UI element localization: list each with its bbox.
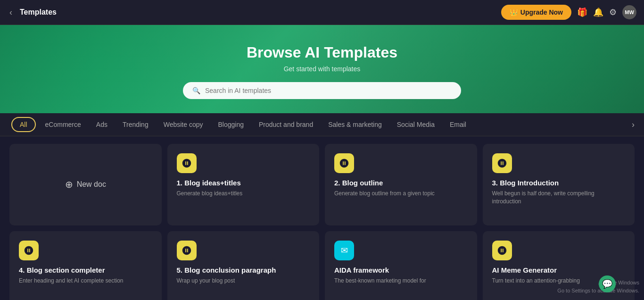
- card-desc-blog-conclusion: Wrap up your blog post: [177, 277, 310, 285]
- tab-blogging[interactable]: Blogging: [210, 113, 251, 136]
- card-blog-section[interactable]: 4. Blog section completer Enter heading …: [9, 231, 162, 300]
- search-icon: 🔍: [192, 87, 200, 94]
- chat-icon: 💬: [602, 279, 612, 289]
- header-right: 👑 Upgrade Now 🎁 🔔 ⚙ MW: [501, 5, 636, 20]
- card-title-ai-meme: AI Meme Generator: [492, 266, 626, 274]
- card-icon-blog-intro: [492, 153, 512, 173]
- new-doc-label: New doc: [77, 180, 106, 189]
- card-desc-blog-ideas: Generate blog ideas+titles: [177, 190, 310, 198]
- tab-website-copy[interactable]: Website copy: [156, 113, 211, 136]
- card-icon-blog-section: [19, 241, 39, 260]
- settings-icon[interactable]: ⚙: [609, 7, 617, 17]
- avatar[interactable]: MW: [622, 5, 636, 19]
- bell-icon[interactable]: 🔔: [593, 7, 603, 17]
- gift-icon[interactable]: 🎁: [577, 7, 587, 17]
- tab-sales-marketing[interactable]: Sales & marketing: [321, 113, 389, 136]
- card-icon-blog-conclusion: [177, 241, 197, 260]
- card-icon-blog-outline: [334, 153, 354, 173]
- new-doc-plus-icon: ⊕: [65, 179, 73, 190]
- hero-subtitle: Get started with templates: [9, 65, 635, 73]
- search-bar: 🔍: [183, 82, 461, 99]
- card-desc-blog-section: Enter heading and let AI complete sectio…: [19, 277, 152, 285]
- new-doc-card[interactable]: ⊕ New doc: [9, 144, 162, 225]
- back-button[interactable]: ‹: [8, 6, 14, 19]
- hero-title: Browse AI Templates: [9, 44, 635, 61]
- card-title-aida: AIDA framework: [334, 266, 468, 274]
- tab-social-media[interactable]: Social Media: [389, 113, 442, 136]
- card-blog-conclusion[interactable]: 5. Blog conclusion paragraph Wrap up you…: [167, 231, 320, 300]
- app-header: ‹ Templates 👑 Upgrade Now 🎁 🔔 ⚙ MW: [0, 0, 644, 25]
- tab-all[interactable]: All: [11, 117, 36, 132]
- tab-trending[interactable]: Trending: [115, 113, 156, 136]
- card-aida-framework[interactable]: ✉ AIDA framework The best-known marketin…: [325, 231, 477, 300]
- tab-ads[interactable]: Ads: [89, 113, 115, 136]
- header-left: ‹ Templates: [8, 6, 57, 19]
- tab-ecommerce[interactable]: eCommerce: [38, 113, 89, 136]
- card-desc-aida: The best-known marketing model for: [334, 277, 468, 285]
- tab-product-brand[interactable]: Product and brand: [251, 113, 321, 136]
- card-title-blog-section: 4. Blog section completer: [19, 266, 152, 274]
- card-blog-introduction[interactable]: 3. Blog Introduction Well begun is half …: [483, 144, 635, 225]
- card-blog-outline[interactable]: 2. Blog outline Generate blog outline fr…: [325, 144, 477, 225]
- card-icon-blog-ideas: [177, 153, 197, 173]
- card-icon-aida: ✉: [334, 241, 354, 260]
- card-title-blog-conclusion: 5. Blog conclusion paragraph: [177, 266, 310, 274]
- tabs-next-button[interactable]: ›: [632, 120, 635, 130]
- crown-icon: 👑: [510, 8, 518, 16]
- card-title-blog-outline: 2. Blog outline: [334, 179, 468, 187]
- upgrade-button[interactable]: 👑 Upgrade Now: [501, 5, 571, 20]
- tab-email[interactable]: Email: [442, 113, 474, 136]
- chat-bubble-button[interactable]: 💬: [599, 275, 616, 292]
- card-desc-blog-outline: Generate blog outline from a given topic: [334, 190, 468, 198]
- hero-banner: Browse AI Templates Get started with tem…: [0, 25, 644, 113]
- cards-grid: ⊕ New doc 1. Blog ideas+titles Generate …: [0, 136, 644, 300]
- card-title-blog-intro: 3. Blog Introduction: [492, 179, 626, 187]
- card-blog-ideas-titles[interactable]: 1. Blog ideas+titles Generate blog ideas…: [167, 144, 320, 225]
- search-input[interactable]: [205, 87, 452, 94]
- filter-tabs: All eCommerce Ads Trending Website copy …: [0, 113, 644, 136]
- page-title: Templates: [20, 8, 57, 17]
- card-icon-ai-meme: [492, 241, 512, 260]
- card-title-blog-ideas: 1. Blog ideas+titles: [177, 179, 310, 187]
- back-icon: ‹: [9, 8, 12, 17]
- card-desc-blog-intro: Well begun is half done, write compellin…: [492, 190, 626, 206]
